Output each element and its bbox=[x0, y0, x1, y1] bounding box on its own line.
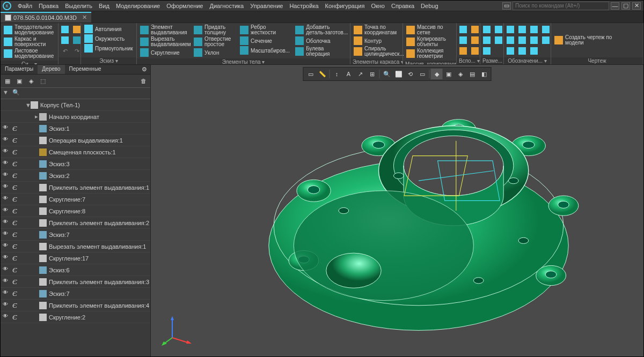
dim2-icon[interactable] bbox=[493, 24, 504, 35]
circle-button[interactable]: Окружность bbox=[82, 34, 135, 43]
include-icon[interactable]: Є bbox=[12, 207, 20, 215]
visibility-icon[interactable]: 👁 bbox=[3, 313, 10, 322]
document-tab[interactable]: 078.505.0.0104.00.M3D ✕ bbox=[1, 12, 91, 23]
point-button[interactable]: Точка по координатам bbox=[352, 24, 407, 36]
tree-item[interactable]: 👁ЄСкругление:8 bbox=[1, 205, 150, 217]
visibility-icon[interactable]: 👁 bbox=[3, 124, 10, 133]
include-icon[interactable]: Є bbox=[12, 195, 20, 204]
tab-parameters[interactable]: Параметры bbox=[1, 65, 38, 74]
insert-part-button[interactable]: Добавить деталь-заготов... bbox=[293, 24, 352, 36]
tab-variables[interactable]: Переменные bbox=[65, 65, 106, 74]
menu-item[interactable]: Оформление bbox=[163, 2, 206, 10]
visibility-icon[interactable]: 👁 bbox=[3, 301, 10, 310]
visibility-icon[interactable]: 👁 bbox=[3, 230, 10, 239]
include-icon[interactable]: Є bbox=[12, 278, 20, 286]
visibility-icon[interactable]: 👁 bbox=[3, 289, 10, 298]
tree-tool1-icon[interactable]: ▦ bbox=[3, 76, 12, 86]
tree-item[interactable]: 👁ЄЭскиз:7 bbox=[1, 229, 150, 241]
maximize-button[interactable]: ▢ bbox=[621, 2, 630, 10]
autoline-button[interactable]: Автолиния bbox=[82, 24, 135, 34]
tree-item[interactable]: ▸Начало координат bbox=[1, 111, 150, 123]
aux3-icon[interactable] bbox=[458, 35, 469, 46]
filter-icon[interactable]: ▼ bbox=[3, 89, 11, 98]
ann8-icon[interactable] bbox=[540, 35, 551, 46]
minimize-button[interactable]: — bbox=[611, 2, 619, 10]
menu-item[interactable]: Диагностика bbox=[206, 2, 247, 10]
cut-extrude-button[interactable]: Вырезать выдавливанием bbox=[138, 36, 191, 48]
solid-modeling-button[interactable]: Твердотельное моделирование bbox=[2, 24, 57, 36]
ann4-icon[interactable] bbox=[540, 24, 551, 35]
include-icon[interactable]: Є bbox=[12, 266, 20, 274]
tree-tool3-icon[interactable]: ◈ bbox=[26, 76, 36, 86]
dim1-icon[interactable] bbox=[481, 24, 492, 35]
ann10-icon[interactable] bbox=[517, 46, 528, 56]
tree-item[interactable]: 👁ЄЭскиз:6 bbox=[1, 264, 150, 276]
visibility-icon[interactable]: 👁 bbox=[3, 207, 10, 215]
visibility-icon[interactable]: 👁 bbox=[3, 136, 10, 145]
tree-item[interactable]: 👁ЄЭскиз:7 bbox=[1, 288, 150, 300]
tree-item[interactable]: 👁ЄСмещенная плоскость:1 bbox=[1, 146, 150, 158]
tab-close-icon[interactable]: ✕ bbox=[82, 14, 87, 21]
tree-delete-icon[interactable]: 🗑 bbox=[138, 76, 148, 86]
ann9-icon[interactable] bbox=[505, 46, 516, 56]
vt-persp-icon[interactable]: ◈ bbox=[455, 69, 466, 79]
visibility-icon[interactable]: 👁 bbox=[3, 242, 10, 251]
ann5-icon[interactable] bbox=[505, 35, 516, 46]
aux6-icon[interactable] bbox=[470, 46, 480, 56]
include-icon[interactable]: Є bbox=[12, 289, 20, 298]
vt-zoom-icon[interactable]: 🔍 bbox=[381, 69, 393, 79]
draft-button[interactable]: Уклон bbox=[192, 48, 237, 57]
menu-item[interactable]: Управление bbox=[247, 2, 286, 10]
visibility-icon[interactable]: 👁 bbox=[3, 278, 10, 286]
tree-item[interactable]: 👁ЄОперация выдавливания:1 bbox=[1, 135, 150, 146]
tree-item[interactable]: 👁ЄСкругление:7 bbox=[1, 194, 150, 205]
visibility-icon[interactable]: 👁 bbox=[3, 266, 10, 274]
vt-text-icon[interactable]: A bbox=[343, 69, 355, 79]
include-icon[interactable]: Є bbox=[12, 172, 20, 180]
array-grid-button[interactable]: Массив по сетке bbox=[404, 24, 455, 36]
menu-item[interactable]: Настройка bbox=[286, 2, 321, 10]
include-icon[interactable]: Є bbox=[12, 313, 20, 322]
tree-tool2-icon[interactable]: ▣ bbox=[14, 76, 24, 86]
include-icon[interactable]: Є bbox=[12, 160, 20, 168]
print-icon[interactable] bbox=[71, 35, 82, 46]
layout-icon[interactable]: ▭ bbox=[502, 2, 511, 10]
vt-shade-icon[interactable]: ◆ bbox=[431, 69, 443, 79]
save-icon[interactable] bbox=[60, 35, 70, 46]
aux2-icon[interactable] bbox=[470, 24, 480, 35]
include-icon[interactable]: Є bbox=[12, 254, 20, 263]
create-drawing-button[interactable]: Создать чертеж по модели bbox=[552, 24, 616, 56]
vt-label-icon[interactable]: ↗ bbox=[355, 69, 367, 79]
aux4-icon[interactable] bbox=[470, 35, 480, 46]
vt-fit-icon[interactable]: ⬜ bbox=[393, 69, 405, 79]
tree-item[interactable]: 👁ЄЭскиз:2 bbox=[1, 170, 150, 182]
rib-button[interactable]: Ребро жесткости bbox=[238, 24, 292, 36]
visibility-icon[interactable]: 👁 bbox=[3, 172, 10, 180]
menu-item[interactable]: Моделирование bbox=[113, 2, 163, 10]
vt-clip-icon[interactable]: ▤ bbox=[466, 69, 478, 79]
tree-item[interactable]: 👁ЄПриклеить элемент выдавливания:3 bbox=[1, 276, 150, 288]
tree-item[interactable]: 👁ЄЭскиз:3 bbox=[1, 158, 150, 170]
include-icon[interactable]: Є bbox=[12, 124, 20, 133]
hole-button[interactable]: Отверстие простое bbox=[192, 36, 237, 48]
menu-item[interactable]: Справка bbox=[388, 2, 418, 10]
fillet-button[interactable]: Скругление bbox=[138, 48, 191, 57]
ann3-icon[interactable] bbox=[529, 24, 539, 35]
visibility-icon[interactable]: 👁 bbox=[3, 195, 10, 204]
visibility-icon[interactable]: 👁 bbox=[3, 219, 10, 227]
tree-item[interactable]: 👁ЄПриклеить элемент выдавливания:2 bbox=[1, 217, 150, 229]
dim5-icon[interactable] bbox=[481, 46, 492, 56]
new-icon[interactable] bbox=[60, 24, 70, 35]
tree-item[interactable]: 👁ЄВырезать элемент выдавливания:1 bbox=[1, 241, 150, 252]
vt-wire-icon[interactable]: ▣ bbox=[443, 69, 455, 79]
visibility-icon[interactable]: 👁 bbox=[3, 160, 10, 168]
visibility-icon[interactable]: 👁 bbox=[3, 148, 10, 157]
vt-grid-icon[interactable]: ⊞ bbox=[367, 69, 378, 79]
tree-item[interactable]: 👁ЄЭскиз:1 bbox=[1, 123, 150, 135]
vt-front-icon[interactable]: ▭ bbox=[416, 69, 428, 79]
scale-button[interactable]: Масштабиров... bbox=[238, 46, 292, 55]
tree-item[interactable]: 👁ЄСкругление:2 bbox=[1, 311, 150, 323]
include-icon[interactable]: Є bbox=[12, 242, 20, 251]
ann7-icon[interactable] bbox=[529, 35, 539, 46]
menu-item[interactable]: Файл bbox=[14, 2, 35, 10]
